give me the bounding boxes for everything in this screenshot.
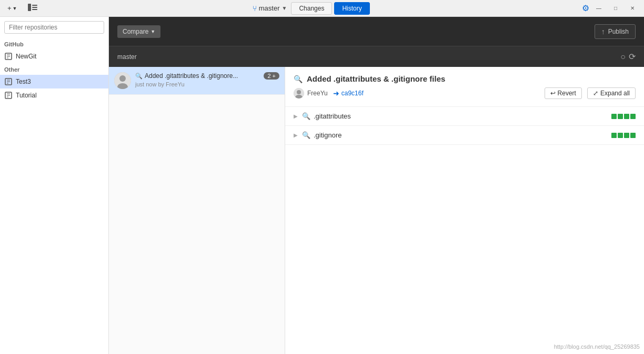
tab-area: Changes History [291, 2, 369, 15]
watermark: http://blog.csdn.net/qq_25269835 [554, 343, 640, 350]
repo-icon-newgit [4, 52, 13, 61]
tab-changes[interactable]: Changes [291, 2, 332, 15]
title-bar: + ▼ ⑂ master ▼ Changes History [0, 0, 644, 17]
sidebar-item-label-newgit: NewGit [16, 53, 36, 60]
commit-meta: just now by FreeYu [135, 81, 259, 87]
branch-bar-name: master [117, 53, 137, 61]
commit-detail-magnify-icon: 🔍 [294, 75, 303, 83]
commit-title-text: Added .gitattributes & .gitignore... [145, 72, 238, 80]
file-name-gitignore: .gitignore [314, 131, 611, 139]
commit-detail-meta: FreeYu ➜ ca9c16f ↩ Revert [294, 87, 636, 99]
file-type-icon: 🔍 [302, 112, 310, 120]
svg-rect-3 [32, 9, 37, 10]
file-diff-blocks [611, 133, 636, 138]
tab-history[interactable]: History [334, 2, 369, 15]
diff-block [630, 133, 636, 138]
commit-avatar [114, 72, 131, 89]
sidebar-search-area [0, 17, 108, 38]
svg-point-20 [297, 90, 301, 94]
branch-bar: master ○ ⟳ [109, 46, 644, 67]
commit-info: 🔍 Added .gitattributes & .gitignore... j… [135, 72, 259, 87]
revert-icon: ↩ [550, 90, 556, 97]
title-bar-left: + ▼ [4, 3, 41, 14]
plus-icon: + [7, 4, 12, 12]
author-name: FreeYu [307, 90, 328, 97]
sync-circle-icon: ○ [620, 52, 626, 62]
repo-icon-test3 [4, 77, 13, 86]
arrow-icon: ➜ [333, 89, 339, 97]
repo-toolbar: Compare ▼ ↑ Publish [109, 17, 644, 46]
close-button[interactable]: ✕ [625, 3, 640, 14]
repo-icon-tutorial [4, 91, 13, 100]
commit-hash: ➜ ca9c16f [333, 89, 364, 97]
svg-rect-0 [28, 4, 31, 11]
commit-badge: 2 + [264, 72, 279, 80]
title-bar-center: ⑂ master ▼ Changes History [253, 2, 370, 15]
title-bar-right: ⚙ — □ ✕ [582, 3, 640, 14]
file-chevron-icon: ▶ [294, 132, 298, 138]
revert-button[interactable]: ↩ Revert [545, 87, 582, 99]
svg-point-17 [119, 75, 126, 82]
commit-item[interactable]: 🔍 Added .gitattributes & .gitignore... j… [109, 67, 285, 95]
repo-content: Compare ▼ ↑ Publish master ○ ⟳ [109, 17, 644, 354]
toggle-sidebar-button[interactable] [25, 3, 41, 14]
diff-block [611, 114, 617, 119]
branch-name-label: master [259, 4, 280, 12]
branch-area: ⑂ master ▼ [253, 4, 287, 13]
file-name-gitattributes: .gitattributes [314, 112, 611, 120]
branch-icon: ⑂ [253, 4, 257, 13]
chevron-down-icon: ▼ [13, 6, 17, 11]
add-repository-button[interactable]: + ▼ [4, 3, 21, 13]
diff-block [618, 114, 623, 119]
other-section-label: Other [0, 63, 108, 75]
expand-icon: ⤢ [593, 90, 598, 97]
compare-chevron-icon: ▼ [150, 29, 155, 34]
revert-label: Revert [558, 90, 576, 97]
publish-arrow-icon: ↑ [601, 27, 605, 36]
commit-title: 🔍 Added .gitattributes & .gitignore... [135, 72, 259, 80]
sidebar-item-label-test3: Test3 [16, 78, 31, 85]
commit-detail-actions: ↩ Revert ⤢ Expand all [545, 87, 636, 99]
sidebar-item-test3[interactable]: Test3 [0, 75, 108, 88]
maximize-button[interactable]: □ [608, 3, 623, 14]
svg-rect-1 [32, 5, 37, 6]
diff-block [624, 133, 629, 138]
commit-detail-header: 🔍 Added .gitattributes & .gitignore file… [285, 67, 644, 107]
main-content: GitHub NewGit Other Test3 Tutorial [0, 17, 644, 354]
diff-block [611, 133, 617, 138]
publish-label: Publish [608, 28, 629, 35]
diff-block [618, 133, 623, 138]
sidebar-item-newgit[interactable]: NewGit [0, 50, 108, 63]
author-avatar [294, 88, 304, 99]
settings-button[interactable]: ⚙ [582, 3, 589, 13]
file-item-gitignore[interactable]: ▶ 🔍 .gitignore [285, 126, 644, 145]
filter-repositories-input[interactable] [4, 21, 104, 34]
sidebar: GitHub NewGit Other Test3 Tutorial [0, 17, 109, 354]
history-area: 🔍 Added .gitattributes & .gitignore... j… [109, 67, 644, 354]
commit-detail: 🔍 Added .gitattributes & .gitignore file… [285, 67, 644, 354]
branch-bar-icons: ○ ⟳ [620, 52, 636, 62]
sidebar-item-label-tutorial: Tutorial [16, 92, 37, 99]
sidebar-icon [28, 4, 37, 11]
github-section-label: GitHub [0, 38, 108, 50]
diff-block [630, 114, 636, 119]
commit-detail-author: FreeYu [294, 88, 328, 99]
expand-all-button[interactable]: ⤢ Expand all [587, 87, 636, 99]
commit-magnify-icon: 🔍 [135, 73, 143, 80]
expand-label: Expand all [600, 90, 630, 97]
compare-button[interactable]: Compare ▼ [117, 25, 160, 38]
publish-button[interactable]: ↑ Publish [595, 24, 636, 39]
svg-rect-2 [32, 7, 37, 8]
file-item-gitattributes[interactable]: ▶ 🔍 .gitattributes [285, 107, 644, 126]
branch-dropdown-button[interactable]: ▼ [281, 5, 287, 11]
sidebar-item-tutorial[interactable]: Tutorial [0, 88, 108, 102]
file-diff-blocks [611, 114, 636, 119]
compare-label: Compare [123, 28, 148, 35]
diff-block [624, 114, 629, 119]
commit-detail-title: 🔍 Added .gitattributes & .gitignore file… [294, 74, 636, 83]
gear-icon: ⚙ [582, 4, 589, 13]
commit-list: 🔍 Added .gitattributes & .gitignore... j… [109, 67, 285, 354]
hash-value: ca9c16f [341, 90, 364, 97]
file-chevron-icon: ▶ [294, 113, 298, 119]
minimize-button[interactable]: — [591, 3, 606, 14]
